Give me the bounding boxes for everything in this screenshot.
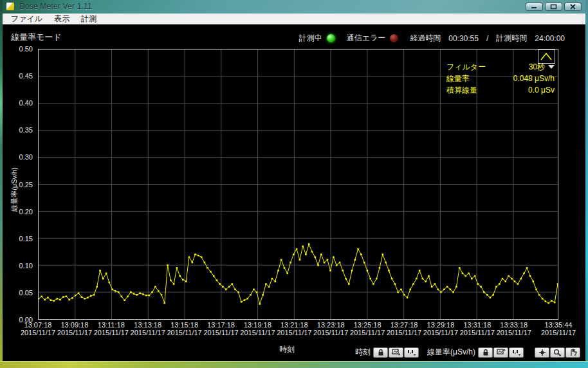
- y-tick-label: 0.50: [19, 45, 33, 53]
- filter-dropdown[interactable]: 30秒: [529, 62, 555, 73]
- app-window: Dose Meter Ver 1.11 ファイル 表示 計測 線量率モード 計測…: [0, 0, 588, 368]
- duration-label: 計測時間: [496, 33, 527, 44]
- measurement-info-panel: フィルター 30秒 線量率 0.048 μSv/h 積算線量 0.0 μSv: [446, 61, 555, 96]
- time-separator: /: [486, 34, 488, 43]
- x-tick-label: 13:33:182015/11/17: [497, 321, 531, 336]
- window-frame-right: [585, 0, 588, 368]
- x-tick-label: 13:07:182015/11/17: [21, 321, 55, 336]
- y-tick-label: 0.25: [19, 181, 33, 189]
- x-tick-label: 13:13:182015/11/17: [131, 321, 165, 336]
- dose-rate-row: 線量率 0.048 μSv/h: [446, 73, 555, 84]
- x-tick-label: 13:31:182015/11/17: [460, 321, 495, 336]
- duration-value: 24:00:00: [535, 34, 565, 43]
- x-tick-label: 13:11:182015/11/17: [94, 321, 129, 336]
- y-tick-label: 0.10: [19, 262, 33, 270]
- dose-rate-label: 線量率: [446, 73, 470, 84]
- x-tick-label: 13:17:182015/11/17: [203, 321, 238, 336]
- y-autoscale-button[interactable]: [493, 347, 508, 358]
- filter-label: フィルター: [446, 62, 486, 73]
- y-tick-label: 0.20: [19, 208, 33, 216]
- x-lock-scale-button[interactable]: [373, 347, 388, 358]
- minimize-button[interactable]: [526, 3, 543, 11]
- maximize-button[interactable]: [545, 3, 562, 11]
- x-tick-label: 13:23:182015/11/17: [313, 321, 348, 336]
- window-frame-bottom: [0, 361, 588, 368]
- x-scale-label: 時刻: [355, 347, 371, 358]
- y-tick-label: 0.40: [19, 99, 33, 107]
- y-tick-label: 0.45: [19, 72, 33, 80]
- zoom-tool-button[interactable]: [550, 347, 565, 358]
- page-title: 線量率モード: [11, 32, 62, 43]
- y-axis-ticks: 0.500.450.400.350.300.250.200.150.100.05…: [3, 49, 35, 320]
- x-tick-label: 13:29:182015/11/17: [423, 321, 458, 336]
- status-row: 計測中 通信エラー 経過時間 00:30:55 / 計測時間 24:00:00: [299, 33, 565, 44]
- cumulative-dose-label: 積算線量: [446, 85, 477, 96]
- x-tick-label: 13:25:182015/11/17: [350, 321, 385, 336]
- y-scale-format-button[interactable]: [509, 347, 524, 358]
- close-button[interactable]: [564, 3, 582, 11]
- chevron-down-icon[interactable]: [548, 65, 555, 69]
- x-autoscale-button[interactable]: [389, 347, 403, 358]
- window-controls: [526, 3, 582, 11]
- menu-bar: ファイル 表示 計測: [3, 14, 585, 24]
- app-icon: [6, 2, 15, 11]
- menu-file[interactable]: ファイル: [5, 13, 48, 25]
- elapsed-value: 00:30:55: [448, 34, 479, 43]
- menu-view[interactable]: 表示: [48, 13, 75, 25]
- x-tick-label: 13:19:182015/11/17: [240, 321, 275, 336]
- title-bar[interactable]: Dose Meter Ver 1.11: [0, 0, 588, 14]
- x-tick-label: 13:15:182015/11/17: [167, 321, 201, 336]
- cumulative-dose-value: 0.0 μSv: [528, 86, 555, 95]
- pan-tool-button[interactable]: [565, 347, 580, 358]
- comm-error-label: 通信エラー: [347, 33, 386, 44]
- x-axis-ticks: 13:07:182015/11/1713:09:182015/11/1713:1…: [38, 321, 558, 340]
- y-scale-label: 線量率(μSv/h): [427, 347, 475, 358]
- x-tick-label: 13:35:442015/11/17: [541, 321, 576, 336]
- cursor-tool-button[interactable]: [535, 347, 549, 358]
- measuring-label: 計測中: [299, 33, 322, 44]
- elapsed-label: 経過時間: [410, 33, 441, 44]
- y-lock-scale-button[interactable]: [478, 347, 493, 358]
- y-tick-label: 0.05: [19, 289, 33, 297]
- x-axis-label: 時刻: [279, 344, 295, 355]
- x-scale-format-button[interactable]: [404, 347, 419, 358]
- client-area: 線量率モード 計測中 通信エラー 経過時間 00:30:55 / 計測時間 24…: [3, 24, 585, 361]
- dose-rate-value: 0.048 μSv/h: [513, 74, 555, 83]
- cumulative-dose-row: 積算線量 0.0 μSv: [446, 84, 555, 96]
- x-tick-label: 13:21:182015/11/17: [277, 321, 311, 336]
- filter-value: 30秒: [529, 62, 545, 71]
- y-tick-label: 0.30: [19, 153, 33, 161]
- x-tick-label: 13:27:182015/11/17: [387, 321, 421, 336]
- menu-measure[interactable]: 計測: [75, 13, 102, 25]
- comm-error-led-icon: [390, 34, 398, 42]
- filter-row: フィルター 30秒: [446, 61, 555, 73]
- y-tick-label: 0.15: [19, 235, 33, 243]
- window-title: Dose Meter Ver 1.11: [19, 2, 92, 11]
- measuring-led-icon: [327, 34, 335, 42]
- y-tick-label: 0.35: [19, 126, 33, 134]
- graph-scale-toolbar: 時刻 線量率(μSv/h): [355, 347, 581, 358]
- x-tick-label: 13:09:182015/11/17: [57, 321, 92, 336]
